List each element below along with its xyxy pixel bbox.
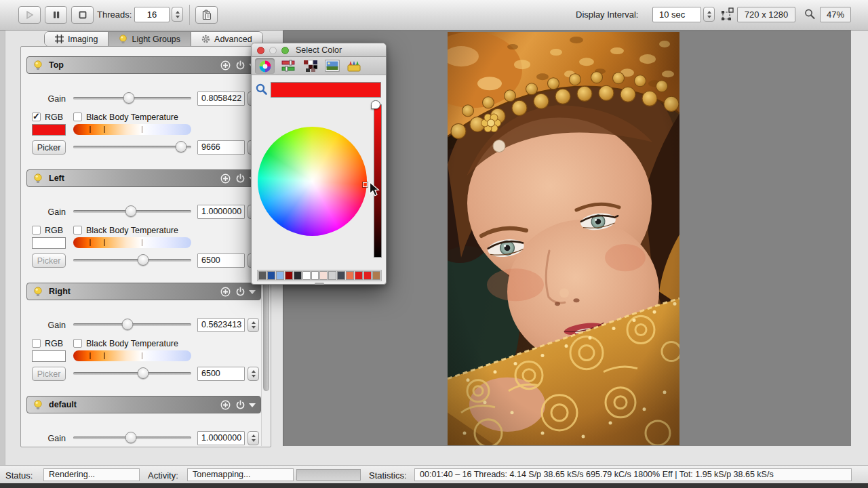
image-palettes-mode-button[interactable] [325,60,340,75]
saved-swatch[interactable] [319,271,328,280]
picker-value[interactable]: 9666 [197,140,245,155]
brightness-slider-thumb[interactable] [371,100,380,109]
slider-thumb[interactable] [138,254,149,266]
blackbody-gradient[interactable] [73,124,191,135]
add-icon[interactable] [220,287,231,297]
slider-thumb[interactable] [125,205,137,217]
pause-button[interactable] [45,6,67,24]
light-group-header[interactable]: Right [26,283,261,300]
saved-swatch[interactable] [267,271,275,280]
power-icon[interactable] [235,287,245,297]
color-swatch[interactable] [32,350,66,362]
gain-value[interactable]: 0.8058422 [197,92,245,106]
saved-swatch[interactable] [363,271,372,280]
fit-resolution-button[interactable] [721,7,734,24]
rgb-checkbox[interactable] [32,113,41,121]
saved-swatch[interactable] [355,271,363,280]
slider-thumb[interactable] [125,432,137,443]
slider-thumb[interactable] [121,319,133,330]
add-icon[interactable] [220,400,231,410]
slider-thumb[interactable] [138,367,149,379]
gain-slider[interactable] [71,205,193,218]
gain-slider[interactable] [71,431,193,445]
light-group-header[interactable]: Left [26,169,261,187]
magnifier-picker-button[interactable] [256,83,268,98]
chevron-down-icon[interactable] [249,290,256,294]
picker-stepper[interactable] [248,367,259,381]
chevron-down-icon[interactable] [249,403,256,407]
add-icon[interactable] [220,60,231,70]
color-swatch[interactable] [32,237,66,249]
play-icon [25,10,35,20]
picker-button[interactable]: Picker [32,140,66,155]
blackbody-gradient[interactable] [73,350,191,361]
blackbody-gradient[interactable] [73,237,191,248]
saved-swatch[interactable] [311,271,319,280]
display-interval-stepper[interactable] [703,7,715,22]
add-icon[interactable] [220,174,231,184]
picker-slider[interactable] [71,367,193,380]
rendered-image [448,32,679,445]
picker-value[interactable]: 6500 [197,367,245,381]
light-group-header[interactable]: Top [26,56,261,74]
power-icon[interactable] [235,174,245,184]
picker-button[interactable]: Picker [32,253,66,268]
dialog-titlebar[interactable]: Select Color [252,43,386,57]
display-interval-input[interactable]: 10 sec [652,7,701,22]
crayons-mode-button[interactable] [347,60,361,75]
saved-swatch[interactable] [337,271,345,280]
main-toolbar: Threads: 16 Display Interval: 10 sec 72 [0,0,868,30]
saved-swatch[interactable] [302,271,311,280]
tab-light-groups[interactable]: Light Groups [108,32,191,46]
light-group-header[interactable]: default [26,396,261,413]
rgb-checkbox[interactable] [32,339,41,348]
toolbar-separator [189,5,190,25]
power-icon[interactable] [235,60,245,70]
threads-label: Threads: [97,9,132,20]
gain-value[interactable]: 1.0000000 [197,205,245,219]
gain-value[interactable]: 0.5623413 [197,318,245,332]
bbt-checkbox[interactable] [73,226,82,235]
threads-stepper[interactable] [172,7,183,22]
picker-slider[interactable] [71,253,193,267]
gain-slider[interactable] [71,318,193,331]
picker-row: Picker 6500 [26,367,261,383]
saved-swatch[interactable] [328,271,336,280]
gain-stepper[interactable] [248,431,259,445]
picker-slider[interactable] [71,140,193,154]
saved-swatch[interactable] [258,271,267,280]
gain-value[interactable]: 1.0000000 [197,431,245,445]
color-palettes-icon [303,60,318,73]
tab-imaging[interactable]: Imaging [45,32,108,46]
saved-swatch[interactable] [294,271,302,280]
swatch-drawer-handle[interactable] [315,283,324,285]
picker-button[interactable]: Picker [32,367,66,381]
slider-thumb[interactable] [123,92,134,104]
color-wheel[interactable] [258,127,367,236]
copy-button[interactable] [195,6,218,24]
zoom-button[interactable] [804,8,816,23]
saved-swatch[interactable] [285,271,293,280]
gain-stepper[interactable] [248,318,259,332]
color-swatch[interactable] [32,124,66,136]
gain-slider[interactable] [71,92,193,105]
power-icon[interactable] [235,400,245,410]
bbt-checkbox[interactable] [73,113,82,121]
color-wheel-selector[interactable] [363,182,368,187]
saved-swatch[interactable] [276,271,284,280]
threads-input[interactable]: 16 [134,7,170,22]
color-sliders-mode-button[interactable] [281,60,295,75]
light-group-default: default Gain 1.0000000 [26,396,261,447]
play-button[interactable] [18,6,41,24]
color-palettes-mode-button[interactable] [303,60,318,75]
color-wheel-mode-button[interactable] [258,60,272,76]
brightness-slider[interactable] [374,104,382,258]
stop-button[interactable] [71,6,94,24]
saved-swatch[interactable] [372,271,380,280]
picker-value[interactable]: 6500 [197,253,245,268]
rgb-checkbox[interactable] [32,226,41,235]
bbt-checkbox[interactable] [73,339,82,348]
slider-thumb[interactable] [176,141,187,152]
fit-resolution-icon [721,7,734,22]
saved-swatch[interactable] [346,271,354,280]
